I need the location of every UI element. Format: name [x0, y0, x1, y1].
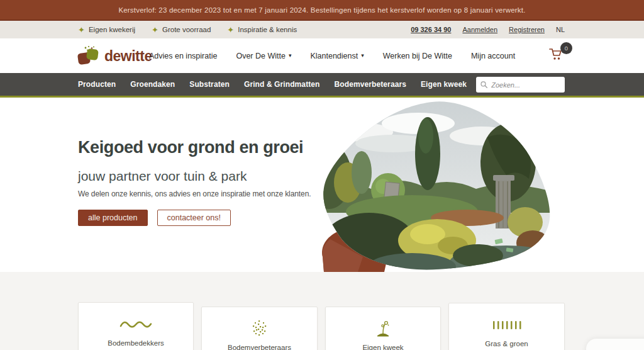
card-label: Bodemverbeteraars: [228, 344, 291, 350]
hero-subtitle: jouw partner voor tuin & park: [78, 169, 247, 184]
wave-icon: [119, 319, 152, 329]
card-eigen-kweek[interactable]: Eigen kweek: [325, 307, 441, 350]
register-link[interactable]: Registreren: [509, 26, 545, 33]
usp-item-kwekerij: ✦ Eigen kwekerij: [78, 26, 135, 34]
hero-garden-image: [318, 99, 557, 272]
search-input[interactable]: [491, 81, 560, 89]
phone-link[interactable]: 09 326 34 90: [411, 26, 451, 33]
grass-icon: [492, 320, 522, 330]
cart-count-badge: 0: [560, 42, 572, 54]
card-bodemverbeteraars[interactable]: Bodemverbeteraars: [201, 307, 318, 350]
promo-banner: Kerstverlof: 23 december 2023 tot en met…: [0, 0, 644, 21]
usp-label: Inspiratie & kennis: [238, 26, 297, 33]
card-bodembedekkers[interactable]: Bodembedekkers: [78, 302, 194, 350]
nav-klantendienst[interactable]: Klantendienst ▾: [310, 52, 364, 60]
card-label: Gras & groen: [485, 340, 528, 347]
nav-werken-bij-de-witte[interactable]: Werken bij De Witte: [383, 52, 452, 60]
hero-section: Keigoed voor grond en groei jouw partner…: [0, 98, 644, 272]
catnav-substraten[interactable]: Substraten: [189, 80, 230, 89]
logo[interactable]: dewitte: [76, 45, 152, 67]
language-selector[interactable]: NL: [556, 26, 565, 33]
catnav-producten[interactable]: Producten: [78, 80, 116, 89]
main-header: dewitte Advies en inspiratie Over De Wit…: [0, 38, 644, 73]
chat-widget[interactable]: [586, 339, 644, 350]
category-nav: Producten Groendaken Substraten Grind & …: [0, 73, 644, 98]
hero-title: Keigoed voor grond en groei: [78, 138, 303, 157]
search-box: [476, 77, 565, 93]
page: Kerstverlof: 23 december 2023 tot en met…: [0, 0, 644, 350]
usp-item-inspiratie: ✦ Inspiratie & kennis: [227, 26, 297, 34]
catnav-groendaken[interactable]: Groendaken: [130, 80, 175, 89]
contact-us-button[interactable]: contacteer ons!: [157, 210, 231, 226]
card-label: Eigen kweek: [362, 344, 403, 350]
promo-banner-text: Kerstverlof: 23 december 2023 tot en met…: [118, 6, 525, 14]
star-icon: ✦: [227, 26, 234, 34]
star-icon: ✦: [78, 26, 85, 34]
catnav-bodemverbeteraars[interactable]: Bodemverbeteraars: [335, 80, 406, 89]
logo-wordmark: dewitte: [104, 48, 152, 65]
card-label: Bodembedekkers: [108, 339, 164, 347]
catnav-eigen-kweek[interactable]: Eigen kweek: [421, 80, 467, 89]
usp-list: ✦ Eigen kwekerij ✦ Grote voorraad ✦ Insp…: [78, 26, 297, 34]
chevron-down-icon: ▾: [289, 53, 292, 59]
chevron-down-icon: ▾: [361, 53, 364, 59]
nav-over-de-witte[interactable]: Over De Witte ▾: [236, 52, 291, 60]
nav-mijn-account[interactable]: Mijn account: [471, 52, 515, 60]
usp-label: Grote voorraad: [162, 26, 211, 33]
main-nav: Advies en inspiratie Over De Witte ▾ Kla…: [149, 38, 515, 73]
search-icon: [480, 81, 487, 89]
usp-item-voorraad: ✦ Grote voorraad: [152, 26, 211, 34]
usp-bar: ✦ Eigen kwekerij ✦ Grote voorraad ✦ Insp…: [0, 21, 644, 38]
hero-description: We delen onze kennis, ons advies en onze…: [78, 189, 311, 198]
all-products-button[interactable]: alle producten: [78, 210, 148, 226]
catnav-grind-grindmatten[interactable]: Grind & Grindmatten: [244, 80, 320, 89]
category-cards-section: Bodembedekkers: [0, 272, 644, 350]
star-icon: ✦: [152, 26, 158, 34]
card-gras-groen[interactable]: Gras & groen: [448, 303, 565, 350]
sprout-icon: [374, 320, 392, 337]
granules-icon: [251, 319, 269, 338]
cart-button[interactable]: 0: [548, 47, 570, 65]
logo-mark-icon: [76, 45, 101, 67]
usp-label: Eigen kwekerij: [89, 26, 135, 33]
login-link[interactable]: Aanmelden: [462, 26, 497, 33]
nav-advies-en-inspiratie[interactable]: Advies en inspiratie: [149, 52, 217, 60]
